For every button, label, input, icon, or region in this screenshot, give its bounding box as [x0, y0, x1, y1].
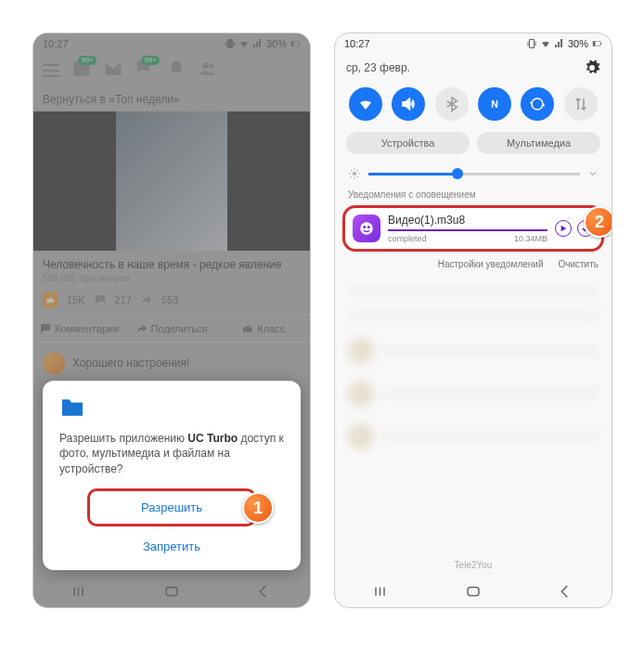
home-button[interactable] [163, 583, 180, 600]
svg-point-11 [353, 172, 357, 176]
brightness-slider[interactable] [335, 160, 612, 188]
notification-status: completed [388, 234, 427, 243]
back-button[interactable] [255, 583, 272, 600]
allow-highlight: Разрешить [87, 488, 256, 526]
nav-bar [335, 576, 612, 607]
phone-left-screen: 10:27 30% 99+ 99+ Вернуться в «Топ недел… [32, 32, 311, 608]
vibrate-icon [526, 38, 537, 49]
permission-message: Разрешить приложению UC Turbo доступ к ф… [59, 431, 284, 477]
bluetooth-toggle[interactable] [435, 87, 469, 121]
data-toggle[interactable] [564, 87, 598, 121]
recents-button[interactable] [373, 583, 390, 600]
clear-link[interactable]: Очистить [558, 259, 599, 269]
status-right: 30% [526, 38, 602, 49]
rotate-toggle[interactable] [521, 87, 554, 121]
notification-size: 10.34MB [514, 234, 547, 243]
svg-rect-9 [600, 43, 601, 45]
media-chip[interactable]: Мультимедиа [477, 132, 600, 154]
devices-chip[interactable]: Устройства [346, 132, 470, 154]
phone-right-screen: 10:27 30% ср, 23 февр. N Устройства Муль… [334, 32, 612, 608]
carrier-label: Tele2You [335, 560, 612, 570]
blurred-background [335, 277, 612, 459]
panel-header: ср, 23 февр. [335, 54, 612, 82]
folder-icon [59, 397, 85, 418]
nav-bar [33, 576, 310, 607]
download-notification[interactable]: Видео(1).m3u8 completed 10.34MB [342, 205, 604, 252]
section-label: Уведомления с оповещением [335, 188, 612, 202]
home-button[interactable] [465, 583, 482, 600]
svg-point-14 [367, 226, 370, 228]
notification-settings-link[interactable]: Настройки уведомлений [438, 259, 544, 269]
sun-icon [348, 167, 361, 180]
status-time: 10:27 [344, 38, 370, 49]
callout-2: 2 [584, 206, 612, 238]
notification-body: Видео(1).m3u8 completed 10.34MB [388, 214, 547, 243]
deny-button[interactable]: Запретить [59, 530, 284, 563]
sound-toggle[interactable] [392, 87, 425, 121]
recents-button[interactable] [71, 583, 88, 600]
panel-date: ср, 23 февр. [346, 61, 410, 74]
nfc-toggle[interactable]: N [478, 87, 511, 121]
play-icon[interactable] [555, 220, 572, 237]
allow-button[interactable]: Разрешить [90, 491, 253, 524]
notification-title: Видео(1).m3u8 [388, 214, 547, 227]
svg-rect-15 [468, 588, 479, 596]
chevron-down-icon[interactable] [587, 168, 599, 179]
chips-row: Устройства Мультимедиа [335, 126, 612, 160]
back-button[interactable] [557, 583, 573, 600]
status-bar: 10:27 30% [335, 33, 612, 54]
status-battery: 30% [568, 38, 588, 49]
svg-rect-8 [593, 42, 596, 46]
wifi-icon [540, 38, 551, 49]
battery-icon [591, 38, 602, 49]
quick-toggles: N [335, 82, 612, 126]
svg-text:N: N [491, 98, 498, 110]
signal-icon [554, 38, 565, 49]
uc-icon [353, 214, 380, 242]
notification-footer: Настройки уведомлений Очистить [335, 255, 612, 277]
wifi-toggle[interactable] [349, 87, 382, 121]
permission-dialog: Разрешить приложению UC Turbo доступ к ф… [43, 381, 301, 570]
svg-point-12 [360, 222, 373, 235]
svg-rect-6 [166, 588, 177, 596]
callout-1: 1 [242, 492, 274, 524]
svg-point-13 [363, 226, 366, 228]
progress-bar [388, 229, 547, 231]
gear-icon[interactable] [584, 59, 600, 76]
